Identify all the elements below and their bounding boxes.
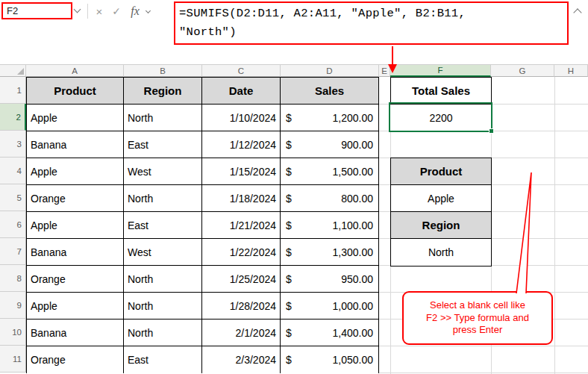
- cell-b10[interactable]: North: [124, 320, 202, 346]
- column-header-a[interactable]: A: [26, 64, 124, 77]
- cell-c7[interactable]: 1/22/2024: [202, 239, 281, 266]
- row-header-11[interactable]: 11: [0, 346, 26, 373]
- cell-b8[interactable]: North: [124, 266, 202, 293]
- currency-symbol: $: [286, 193, 292, 205]
- cell-b5[interactable]: North: [124, 185, 202, 212]
- criteria-block: Product Apple Region North: [390, 158, 492, 267]
- row-header-1[interactable]: 1: [0, 77, 26, 104]
- column-header-f[interactable]: F: [390, 64, 491, 77]
- cell-b7[interactable]: West: [124, 239, 202, 266]
- cell-d7[interactable]: $ 1,300.00: [281, 239, 378, 266]
- cell-d1[interactable]: Sales: [281, 78, 378, 105]
- row-header-4[interactable]: 4: [0, 158, 26, 184]
- cell-c11[interactable]: 2/3/2024: [202, 346, 281, 373]
- column-header-c[interactable]: C: [202, 64, 281, 77]
- fill-handle[interactable]: [489, 128, 494, 134]
- cell-f4[interactable]: Product: [391, 158, 491, 185]
- currency-symbol: $: [286, 273, 292, 285]
- cell-a3[interactable]: Banana: [27, 131, 124, 158]
- name-box[interactable]: F2: [1, 2, 72, 19]
- currency-symbol: $: [286, 139, 292, 151]
- row-header-6[interactable]: 6: [0, 211, 26, 238]
- formula-input[interactable]: =SUMIFS(D2:D11, A2:A11, "Apple", B2:B11,…: [174, 1, 569, 45]
- column-header-e[interactable]: E: [379, 64, 390, 77]
- currency-symbol: $: [286, 327, 292, 339]
- cell-b4[interactable]: West: [124, 158, 202, 185]
- cell-b2[interactable]: North: [124, 105, 202, 131]
- cell-b1[interactable]: Region: [124, 78, 202, 105]
- cell-c10[interactable]: 2/1/2024: [202, 320, 281, 346]
- cell-a9[interactable]: Apple: [27, 293, 124, 320]
- formula-line-1: =SUMIFS(D2:D11, A2:A11, "Apple", B2:B11,: [179, 4, 563, 23]
- cell-a6[interactable]: Apple: [27, 212, 124, 239]
- cell-d10[interactable]: $ 1,400.00: [281, 320, 378, 346]
- cell-a7[interactable]: Banana: [27, 239, 124, 266]
- currency-symbol: $: [286, 219, 292, 231]
- cell-f7[interactable]: North: [391, 239, 491, 266]
- amount: 1,050.00: [333, 354, 374, 366]
- row-header-9[interactable]: 9: [0, 292, 26, 319]
- cell-d6[interactable]: $ 1,100.00: [281, 212, 378, 239]
- cell-a4[interactable]: Apple: [27, 158, 124, 185]
- cell-c4[interactable]: 1/15/2024: [202, 158, 281, 185]
- cell-c3[interactable]: 1/12/2024: [202, 131, 281, 158]
- callout-text-line-1: Select a blank cell like: [404, 299, 551, 312]
- excel-window: F2 × ✓ fx =SUMIFS(D2:D11, A2:A11, "Apple…: [0, 0, 588, 374]
- formula-line-2: "North"): [179, 23, 563, 42]
- cell-c6[interactable]: 1/21/2024: [202, 212, 281, 239]
- cell-f6[interactable]: Region: [391, 212, 491, 239]
- cell-d4[interactable]: $ 1,500.00: [281, 158, 378, 185]
- select-all-corner[interactable]: [0, 64, 26, 77]
- amount: 800.00: [341, 193, 373, 205]
- amount: 900.00: [341, 139, 373, 151]
- cell-b11[interactable]: East: [124, 346, 202, 373]
- cell-b6[interactable]: East: [124, 212, 202, 239]
- cell-d11[interactable]: $ 1,050.00: [281, 346, 378, 373]
- cell-a1[interactable]: Product: [27, 78, 124, 105]
- column-header-g[interactable]: G: [491, 64, 554, 77]
- currency-symbol: $: [286, 300, 292, 312]
- callout-text-line-3: press Enter: [404, 324, 551, 337]
- column-header-b[interactable]: B: [124, 64, 202, 77]
- cell-b3[interactable]: East: [124, 131, 202, 158]
- row-header-5[interactable]: 5: [0, 184, 26, 211]
- cell-b9[interactable]: North: [124, 293, 202, 320]
- chevron-down-icon: [74, 6, 81, 13]
- row-header-2[interactable]: 2: [0, 104, 26, 131]
- cell-a2[interactable]: Apple: [27, 105, 124, 131]
- row-header-8[interactable]: 8: [0, 265, 26, 292]
- cell-c9[interactable]: 1/28/2024: [202, 293, 281, 320]
- cell-f5[interactable]: Apple: [391, 185, 491, 212]
- row-header-3[interactable]: 3: [0, 131, 26, 158]
- cell-d9[interactable]: $ 1,000.00: [281, 293, 378, 320]
- cell-a11[interactable]: Orange: [27, 346, 124, 373]
- column-header-h[interactable]: H: [554, 64, 588, 77]
- name-box-dropdown-button[interactable]: [75, 7, 80, 12]
- name-box-value: F2: [7, 5, 18, 16]
- cell-a5[interactable]: Orange: [27, 185, 124, 212]
- cell-d3[interactable]: $ 900.00: [281, 131, 378, 158]
- cell-c5[interactable]: 1/18/2024: [202, 185, 281, 212]
- amount: 1,400.00: [333, 327, 374, 339]
- data-table: Product Region Date Sales Apple North 1/…: [26, 77, 379, 373]
- column-header-d[interactable]: D: [281, 64, 379, 77]
- currency-symbol: $: [286, 166, 292, 178]
- cell-d5[interactable]: $ 800.00: [281, 185, 378, 212]
- currency-symbol: $: [286, 354, 292, 366]
- row-header-7[interactable]: 7: [0, 238, 26, 265]
- cell-c8[interactable]: 1/25/2024: [202, 266, 281, 293]
- cell-c2[interactable]: 1/10/2024: [202, 105, 281, 131]
- row-header-10[interactable]: 10: [0, 319, 26, 346]
- amount: 1,300.00: [333, 246, 374, 258]
- cell-d8[interactable]: $ 950.00: [281, 266, 378, 293]
- amount: 1,500.00: [333, 166, 374, 178]
- cell-a10[interactable]: Banana: [27, 320, 124, 346]
- cell-c1[interactable]: Date: [202, 78, 281, 105]
- currency-symbol: $: [286, 246, 292, 258]
- cell-d2[interactable]: $ 1,200.00: [281, 105, 378, 131]
- selection-border: [389, 102, 492, 132]
- amount: 950.00: [341, 273, 373, 285]
- cell-f1[interactable]: Total Sales: [390, 77, 492, 105]
- cell-a8[interactable]: Orange: [27, 266, 124, 293]
- currency-symbol: $: [286, 112, 292, 124]
